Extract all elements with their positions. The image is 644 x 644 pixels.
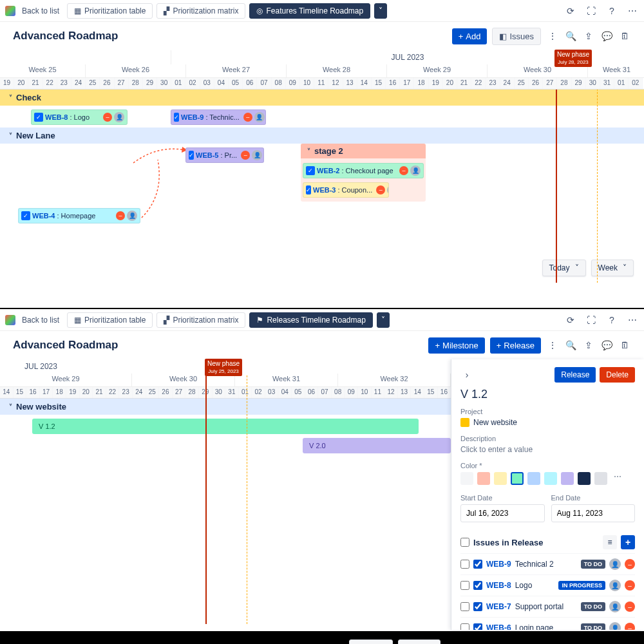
- release-bar-v20[interactable]: V 2.0: [303, 438, 451, 453]
- issue-done-checkbox[interactable]: [473, 581, 482, 590]
- issue-key[interactable]: WEB-9: [486, 560, 511, 569]
- issue-key[interactable]: WEB-6: [486, 623, 511, 630]
- stage-2-header[interactable]: ˅ stage 2: [301, 144, 426, 158]
- day-cell: 09: [345, 387, 358, 398]
- status-badge: TO DO: [581, 623, 605, 630]
- tab-releases-timeline[interactable]: ⚑ Releases Timeline Roadmap: [249, 312, 372, 328]
- more-colors-icon[interactable]: ⋯: [611, 472, 624, 485]
- remove-issue-icon[interactable]: –: [625, 623, 635, 630]
- day-cell: 25: [146, 387, 160, 398]
- comment-icon[interactable]: 💬: [600, 30, 613, 43]
- color-swatch[interactable]: [578, 472, 591, 485]
- issue-done-checkbox[interactable]: [473, 560, 482, 569]
- expand-icon[interactable]: ⛶: [585, 314, 598, 327]
- options-icon[interactable]: ⋮: [546, 339, 559, 352]
- remove-issue-icon[interactable]: –: [625, 580, 635, 591]
- color-swatch[interactable]: [544, 472, 557, 485]
- week-cell: Week 25: [0, 64, 86, 77]
- issue-select-checkbox[interactable]: [460, 581, 469, 590]
- options-icon[interactable]: ⋮: [546, 30, 559, 43]
- table-icon: ▦: [74, 6, 81, 15]
- color-swatch[interactable]: [460, 472, 473, 485]
- milestone-button[interactable]: + Milestone: [428, 337, 484, 354]
- issue-row[interactable]: WEB-8 Logo IN PROGRESS 👤 –: [460, 574, 635, 596]
- issue-select-checkbox[interactable]: [460, 560, 469, 569]
- week-select[interactable]: Week˅: [398, 639, 440, 644]
- project-value[interactable]: New website: [460, 418, 635, 427]
- card-web-4[interactable]: ✓ WEB-4: Homepage – 👤: [18, 208, 140, 223]
- tab-dropdown[interactable]: ˅: [377, 312, 390, 328]
- add-issue-button[interactable]: +: [621, 535, 635, 549]
- comment-icon[interactable]: 💬: [600, 339, 613, 352]
- more-icon[interactable]: ⋯: [626, 5, 639, 17]
- phase-marker[interactable]: New phase July 25, 2023: [205, 359, 242, 376]
- remove-issue-icon[interactable]: –: [625, 601, 635, 612]
- back-to-list-link[interactable]: Back to list: [22, 6, 59, 15]
- card-web-9[interactable]: ✓ WEB-9: Technic... – 👤: [171, 109, 266, 125]
- calendar-icon[interactable]: 🗓: [618, 30, 631, 43]
- issue-select-checkbox[interactable]: [460, 602, 469, 611]
- share-icon[interactable]: ⇪: [582, 30, 595, 43]
- color-swatch[interactable]: [477, 472, 490, 485]
- share-icon[interactable]: ⇪: [582, 339, 595, 352]
- select-all-checkbox[interactable]: [460, 538, 469, 547]
- day-cell: 08: [332, 387, 345, 398]
- card-web-8[interactable]: ✓ WEB-8: Logo – 👤: [31, 109, 128, 125]
- day-cell: 19: [66, 387, 80, 398]
- today-select[interactable]: Today˅: [349, 639, 393, 644]
- release-action-button[interactable]: Release: [554, 367, 596, 383]
- collapse-icon[interactable]: ›: [460, 368, 473, 381]
- remove-issue-icon[interactable]: –: [625, 559, 635, 569]
- tab-features-timeline[interactable]: ◎ Features Timeline Roadmap: [249, 3, 370, 19]
- color-swatch[interactable]: [561, 472, 574, 485]
- sync-icon[interactable]: ⟳: [564, 5, 577, 17]
- card-web-2[interactable]: ✓ WEB-2: Checkout page – 👤: [303, 163, 424, 178]
- today-select[interactable]: Today˅: [542, 260, 586, 276]
- more-icon[interactable]: ⋯: [626, 314, 639, 327]
- release-bar-v12[interactable]: V 1.2: [32, 419, 419, 434]
- tab-prioritization-matrix[interactable]: ▞ Prioritization matrix: [156, 312, 245, 328]
- card-web-5[interactable]: ✓ WEB-5: Pr... – 👤: [185, 147, 264, 163]
- calendar-icon[interactable]: 🗓: [618, 339, 631, 352]
- description-field[interactable]: Click to enter a value: [460, 445, 635, 454]
- phase-marker[interactable]: New phase July 28, 2023: [554, 50, 592, 67]
- issue-key[interactable]: WEB-7: [486, 602, 511, 611]
- release-title[interactable]: V 1.2: [460, 388, 635, 401]
- end-date-input[interactable]: [551, 504, 636, 522]
- start-date-input[interactable]: [460, 504, 545, 522]
- issue-key[interactable]: WEB-8: [486, 581, 511, 590]
- search-icon[interactable]: 🔍: [564, 339, 577, 352]
- issue-row[interactable]: WEB-9 Technical 2 TO DO 👤 –: [460, 553, 635, 574]
- issues-button[interactable]: ◧ Issues: [492, 28, 541, 45]
- issue-done-checkbox[interactable]: [473, 602, 482, 611]
- expand-icon[interactable]: ⛶: [585, 5, 598, 17]
- back-to-list-link[interactable]: Back to list: [22, 316, 59, 325]
- day-cell: 02: [185, 78, 200, 89]
- tab-prioritization-table[interactable]: ▦ Prioritization table: [67, 312, 153, 328]
- issue-row[interactable]: WEB-6 Login page TO DO 👤 –: [460, 617, 635, 630]
- issue-done-checkbox[interactable]: [473, 623, 482, 630]
- color-swatch[interactable]: [511, 472, 524, 485]
- issue-row[interactable]: WEB-7 Support portal TO DO 👤 –: [460, 596, 635, 617]
- day-cell: 15: [14, 387, 27, 398]
- tab-prioritization-table[interactable]: ▦ Prioritization table: [67, 3, 153, 19]
- day-cell: 21: [28, 78, 43, 89]
- help-icon[interactable]: ?: [605, 5, 618, 17]
- release-button[interactable]: + Release: [490, 337, 541, 354]
- week-cell: Week 32: [338, 374, 451, 386]
- filter-button[interactable]: ≡: [603, 535, 617, 549]
- tab-prioritization-matrix[interactable]: ▞ Prioritization matrix: [156, 3, 245, 19]
- issue-select-checkbox[interactable]: [460, 623, 469, 630]
- add-button[interactable]: + Add: [452, 28, 488, 44]
- tab-dropdown[interactable]: ˅: [374, 3, 387, 19]
- help-icon[interactable]: ?: [605, 314, 618, 327]
- color-swatch[interactable]: [527, 472, 540, 485]
- card-web-3[interactable]: ✓ WEB-3: Coupon... – 👤: [303, 182, 389, 198]
- color-swatch[interactable]: [594, 472, 607, 485]
- delete-button[interactable]: Delete: [600, 367, 635, 383]
- today-line: [556, 90, 557, 283]
- lane-new-lane[interactable]: ˅ New Lane: [0, 128, 644, 144]
- lane-check[interactable]: ˅ Check: [0, 90, 644, 106]
- search-icon[interactable]: 🔍: [564, 30, 577, 43]
- color-swatch[interactable]: [494, 472, 507, 485]
